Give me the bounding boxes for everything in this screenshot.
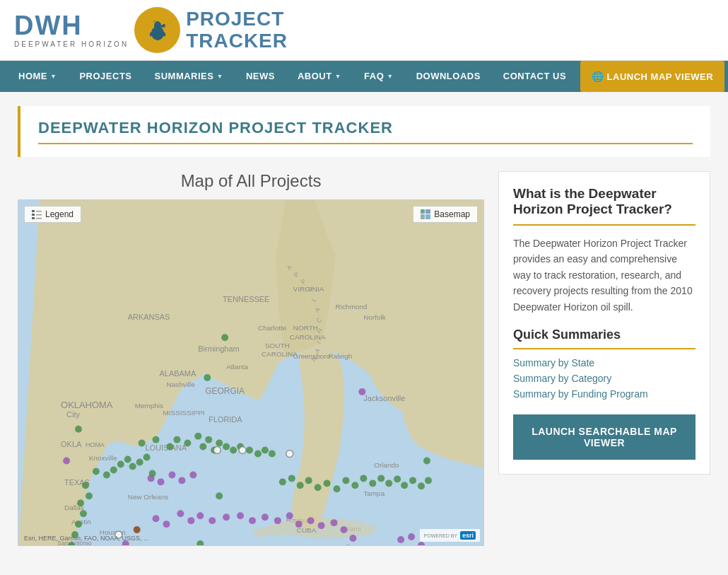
svg-rect-8 [36, 218, 42, 219]
svg-point-113 [163, 521, 170, 528]
home-arrow: ▼ [50, 73, 57, 80]
svg-point-78 [223, 443, 230, 451]
svg-point-163 [158, 478, 165, 485]
svg-point-136 [358, 388, 365, 395]
nav-summaries[interactable]: SUMMARIES ▼ [143, 61, 235, 91]
svg-point-102 [216, 492, 223, 499]
svg-point-67 [75, 426, 82, 433]
svg-point-97 [75, 521, 82, 528]
svg-point-167 [149, 470, 156, 477]
svg-point-129 [349, 535, 356, 542]
svg-rect-10 [425, 209, 430, 214]
summary-link-category: Summary by Category [513, 372, 695, 385]
svg-point-128 [340, 526, 347, 533]
nav-launch-map[interactable]: 🌐 LAUNCH MAP VIEWER [580, 61, 724, 92]
nav-faq[interactable]: FAQ ▼ [353, 61, 405, 91]
svg-point-75 [205, 436, 212, 443]
svg-point-115 [187, 517, 194, 524]
svg-text:MISSISSIPPI: MISSISSIPPI [163, 409, 205, 417]
nav-contact[interactable]: CONTACT US [492, 61, 577, 91]
map-copyright: Esri, HERE, Garmin, FAO, NOAA, USGS, ... [24, 535, 149, 542]
svg-point-123 [286, 512, 293, 519]
svg-point-168 [423, 458, 430, 465]
svg-point-149 [324, 480, 331, 487]
summary-by-category-link[interactable]: Summary by Category [513, 373, 611, 384]
svg-text:OKLA: OKLA [61, 440, 82, 448]
svg-point-91 [103, 471, 110, 478]
svg-point-151 [342, 477, 349, 484]
svg-point-89 [143, 454, 151, 461]
summary-by-state-link[interactable]: Summary by State [513, 357, 594, 368]
svg-point-160 [418, 482, 425, 489]
page-title-banner: DEEPWATER HORIZON PROJECT TRACKER [18, 106, 710, 157]
legend-button[interactable]: Legend [24, 206, 81, 223]
map-svg: ARKANSAS TENNESSEE VIRGINIA Richmond Nor… [18, 200, 483, 545]
svg-rect-12 [425, 214, 430, 219]
svg-text:FLORIDA: FLORIDA [209, 415, 242, 424]
nav-home[interactable]: HOME ▼ [7, 61, 68, 91]
svg-point-157 [394, 475, 401, 482]
quick-summaries-title: Quick Summaries [513, 327, 695, 342]
svg-point-155 [377, 475, 384, 482]
svg-point-68 [139, 440, 146, 447]
svg-text:GEORGIA: GEORGIA [205, 386, 245, 396]
basemap-button[interactable]: Basemap [413, 206, 478, 223]
svg-point-82 [254, 451, 262, 458]
svg-point-93 [82, 482, 89, 489]
svg-point-165 [178, 477, 185, 484]
nav-news[interactable]: NEWS [235, 61, 286, 91]
svg-point-77 [216, 440, 223, 447]
svg-point-138 [213, 447, 221, 454]
svg-point-140 [286, 451, 293, 458]
svg-point-121 [262, 513, 269, 521]
logo-area: DWH DEEPWATER HORIZON PROJECT TRACKER [14, 7, 288, 53]
svg-point-127 [331, 519, 338, 526]
what-title: What is the Deepwater Horizon Project Tr… [513, 186, 695, 217]
nav-downloads[interactable]: DOWNLOADS [405, 61, 492, 91]
page-content: DEEPWATER HORIZON PROJECT TRACKER Map of… [7, 106, 721, 546]
svg-point-148 [315, 484, 322, 491]
svg-point-152 [351, 482, 358, 489]
svg-point-118 [223, 513, 230, 521]
svg-point-133 [397, 536, 404, 543]
summary-links: Summary by State Summary by Category Sum… [513, 356, 695, 400]
globe-icon: 🌐 [592, 71, 604, 82]
legend-icon [32, 209, 42, 219]
svg-point-92 [110, 466, 117, 473]
svg-text:City: City [66, 410, 80, 419]
svg-text:ALABAMA: ALABAMA [160, 369, 196, 378]
svg-point-134 [408, 533, 415, 540]
svg-point-159 [409, 477, 416, 484]
svg-rect-9 [421, 209, 425, 214]
svg-point-84 [269, 451, 276, 458]
svg-point-125 [307, 517, 315, 524]
svg-point-87 [129, 463, 136, 470]
svg-point-103 [221, 334, 228, 341]
logo-circle [134, 7, 180, 53]
summary-by-funding-link[interactable]: Summary by Funding Program [513, 388, 648, 400]
svg-point-95 [77, 499, 84, 506]
svg-text:New Orleans: New Orleans [128, 493, 168, 501]
nav-projects[interactable]: PROJECTS [68, 61, 143, 91]
summaries-arrow: ▼ [216, 73, 223, 80]
title-underline [38, 143, 693, 144]
svg-point-116 [196, 512, 204, 519]
svg-text:Atlanta: Atlanta [226, 363, 248, 371]
svg-rect-11 [421, 214, 425, 219]
svg-text:HOMA: HOMA [86, 441, 105, 448]
svg-text:Norfolk: Norfolk [363, 313, 386, 321]
launch-searchable-map-button[interactable]: LAUNCH SEARCHABLE MAP VIEWER [513, 414, 695, 460]
svg-point-126 [318, 522, 325, 529]
svg-point-90 [93, 467, 100, 475]
svg-point-117 [209, 517, 216, 524]
svg-text:Raleigh: Raleigh [329, 352, 353, 360]
nav-about[interactable]: ABOUT ▼ [286, 61, 353, 91]
svg-text:CAROLINA: CAROLINA [262, 350, 298, 358]
svg-text:TENNESSEE: TENNESSEE [223, 295, 269, 303]
svg-point-86 [124, 456, 131, 463]
svg-point-142 [134, 526, 141, 533]
map-container[interactable]: Legend Basemap [18, 199, 484, 546]
svg-point-79 [230, 447, 237, 454]
sidebar: What is the Deepwater Horizon Project Tr… [498, 171, 710, 546]
page-title: DEEPWATER HORIZON PROJECT TRACKER [38, 119, 693, 137]
